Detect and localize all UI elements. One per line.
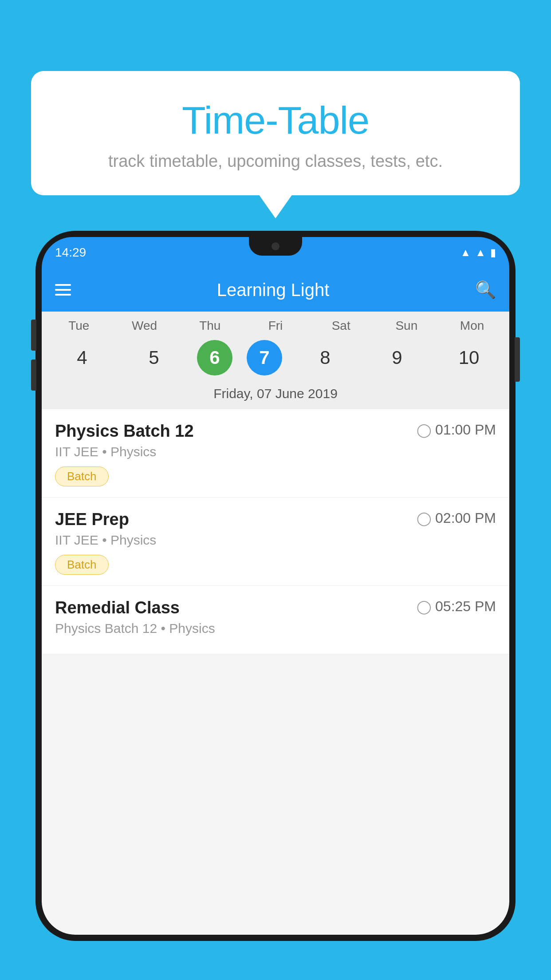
schedule-list: Physics Batch 12 ◯ 01:00 PM IIT JEE • Ph… xyxy=(42,409,509,654)
app-header: Learning Light 🔍 xyxy=(42,268,509,312)
date-6-today[interactable]: 6 xyxy=(197,340,232,375)
bubble-subtitle: track timetable, upcoming classes, tests… xyxy=(49,152,502,171)
date-4[interactable]: 4 xyxy=(53,340,111,375)
app-title: Learning Light xyxy=(217,280,330,300)
clock-icon-2: ◯ xyxy=(417,510,432,526)
status-bar: 14:29 ▲ ▲ ▮ xyxy=(42,237,509,268)
battery-icon: ▮ xyxy=(490,246,496,259)
notch xyxy=(249,237,302,256)
schedule-item-top-1: Physics Batch 12 ◯ 01:00 PM xyxy=(55,422,496,441)
schedule-time-2: ◯ 02:00 PM xyxy=(417,510,496,526)
schedule-item-top-3: Remedial Class ◯ 05:25 PM xyxy=(55,598,496,617)
hamburger-menu-icon[interactable] xyxy=(55,284,71,296)
power-button xyxy=(515,337,520,382)
clock-icon-1: ◯ xyxy=(417,422,432,438)
phone-wrapper: 14:29 ▲ ▲ ▮ Learning Light 🔍 xyxy=(35,231,516,980)
day-wed: Wed xyxy=(116,319,173,333)
schedule-item-top-2: JEE Prep ◯ 02:00 PM xyxy=(55,510,496,529)
date-9[interactable]: 9 xyxy=(368,340,426,375)
day-headers: Tue Wed Thu Fri Sat Sun Mon xyxy=(42,319,509,337)
batch-tag-2: Batch xyxy=(55,555,109,575)
day-numbers: 4 5 6 7 8 9 10 xyxy=(42,337,509,383)
date-7-selected[interactable]: 7 xyxy=(247,340,282,375)
wifi-icon: ▲ xyxy=(460,246,471,259)
schedule-subtitle-3: Physics Batch 12 • Physics xyxy=(55,621,496,636)
search-icon[interactable]: 🔍 xyxy=(475,280,496,300)
day-fri: Fri xyxy=(247,319,304,333)
schedule-subtitle-2: IIT JEE • Physics xyxy=(55,533,496,548)
day-mon: Mon xyxy=(443,319,501,333)
time-value-2: 02:00 PM xyxy=(435,510,496,526)
status-icons: ▲ ▲ ▮ xyxy=(460,246,496,259)
front-camera xyxy=(272,242,279,250)
signal-icon: ▲ xyxy=(475,246,486,259)
speech-bubble: Time-Table track timetable, upcoming cla… xyxy=(31,71,520,195)
schedule-title-2: JEE Prep xyxy=(55,510,129,529)
phone-body: 14:29 ▲ ▲ ▮ Learning Light 🔍 xyxy=(35,231,516,941)
bubble-title: Time-Table xyxy=(49,98,502,143)
date-5[interactable]: 5 xyxy=(125,340,183,375)
schedule-item-2[interactable]: JEE Prep ◯ 02:00 PM IIT JEE • Physics Ba… xyxy=(42,498,509,586)
schedule-title-1: Physics Batch 12 xyxy=(55,422,194,441)
day-sun: Sun xyxy=(378,319,435,333)
date-10[interactable]: 10 xyxy=(440,340,498,375)
batch-tag-1: Batch xyxy=(55,466,109,486)
clock-icon-3: ◯ xyxy=(417,599,432,614)
day-sat: Sat xyxy=(312,319,370,333)
schedule-item-1[interactable]: Physics Batch 12 ◯ 01:00 PM IIT JEE • Ph… xyxy=(42,409,509,498)
schedule-subtitle-1: IIT JEE • Physics xyxy=(55,444,496,459)
date-8[interactable]: 8 xyxy=(296,340,354,375)
volume-up-button xyxy=(31,320,36,351)
schedule-time-1: ◯ 01:00 PM xyxy=(417,422,496,438)
day-tue: Tue xyxy=(50,319,108,333)
time-value-3: 05:25 PM xyxy=(435,598,496,615)
schedule-item-3[interactable]: Remedial Class ◯ 05:25 PM Physics Batch … xyxy=(42,586,509,654)
schedule-time-3: ◯ 05:25 PM xyxy=(417,598,496,615)
day-thu: Thu xyxy=(181,319,239,333)
schedule-title-3: Remedial Class xyxy=(55,598,180,617)
status-time: 14:29 xyxy=(55,245,86,260)
calendar-strip: Tue Wed Thu Fri Sat Sun Mon 4 5 6 7 8 9 … xyxy=(42,312,509,409)
selected-date-label: Friday, 07 June 2019 xyxy=(42,383,509,409)
time-value-1: 01:00 PM xyxy=(435,422,496,438)
phone-screen: Learning Light 🔍 Tue Wed Thu Fri Sat Sun… xyxy=(42,268,509,935)
volume-down-button xyxy=(31,360,36,391)
